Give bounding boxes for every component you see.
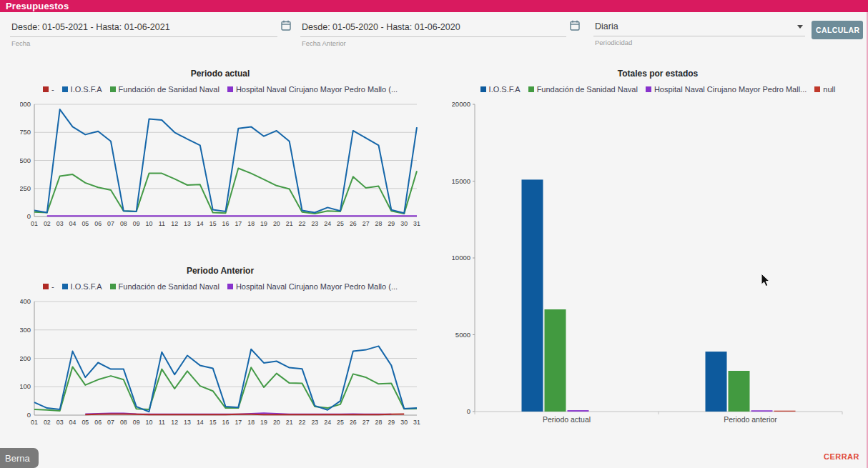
legend-item[interactable]: Hospital Naval Cirujano Mayor Pedro Mall… [227, 85, 398, 94]
legend-label: - [51, 282, 54, 291]
svg-text:26: 26 [350, 220, 357, 227]
fecha-anterior-value[interactable]: Desde: 01-05-2020 - Hasta: 01-06-2020 [300, 21, 566, 37]
chart-legend: I.O.S.F.AFundación de Sanidad NavalHospi… [452, 85, 864, 94]
svg-text:0: 0 [27, 411, 31, 419]
svg-text:18: 18 [247, 220, 255, 227]
chart-legend: -I.O.S.F.AFundación de Sanidad NavalHosp… [20, 282, 420, 291]
svg-text:21: 21 [286, 419, 293, 426]
legend-swatch [110, 284, 116, 289]
svg-text:07: 07 [107, 419, 114, 426]
svg-text:11: 11 [159, 220, 165, 227]
svg-text:12: 12 [171, 220, 178, 227]
svg-text:16: 16 [222, 419, 230, 426]
svg-text:02: 02 [44, 220, 51, 227]
legend-swatch [227, 284, 233, 289]
svg-text:250: 250 [20, 184, 31, 192]
fecha-anterior-field[interactable]: Desde: 01-05-2020 - Hasta: 01-06-2020 Fe… [300, 20, 581, 47]
svg-text:17: 17 [235, 419, 242, 426]
svg-text:29: 29 [388, 220, 395, 227]
chart-legend: -I.O.S.F.AFundación de Sanidad NavalHosp… [20, 85, 420, 94]
chart-totales-estados: Totales por estados I.O.S.F.AFundación d… [452, 63, 864, 429]
svg-text:04: 04 [69, 419, 77, 426]
chart-title: Totales por estados [452, 63, 864, 79]
fecha-anterior-label: Fecha Anterior [300, 39, 581, 47]
legend-label: Hospital Naval Cirujano Mayor Pedro Mall… [236, 85, 398, 94]
cerrar-button[interactable]: CERRAR [824, 452, 859, 461]
svg-text:28: 28 [375, 419, 383, 426]
legend-label: Hospital Naval Cirujano Mayor Pedro Mall… [654, 85, 807, 94]
svg-text:Periodo actual: Periodo actual [543, 415, 591, 424]
svg-text:27: 27 [363, 220, 370, 227]
svg-text:01: 01 [31, 220, 38, 227]
legend-label: Fundación de Sanidad Naval [119, 85, 220, 94]
svg-text:26: 26 [350, 419, 357, 426]
svg-text:25: 25 [337, 419, 344, 426]
svg-text:24: 24 [324, 220, 331, 227]
legend-label: Fundación de Sanidad Naval [119, 282, 220, 291]
legend-label: I.O.S.F.A [71, 85, 102, 94]
svg-text:400: 400 [20, 297, 31, 305]
periodo-actual-plot: 0250500750100001020304050607080910111213… [20, 99, 420, 230]
svg-text:200: 200 [20, 354, 31, 362]
legend-item[interactable]: Fundación de Sanidad Naval [110, 282, 220, 291]
chart-title: Periodo Anterior [20, 260, 420, 276]
svg-text:500: 500 [20, 156, 31, 164]
svg-text:29: 29 [388, 419, 395, 426]
svg-text:10000: 10000 [452, 254, 470, 262]
berna-tag: Berna [0, 448, 39, 468]
periodo-anterior-plot: 0100200300400010203040506070809101112131… [20, 296, 420, 429]
svg-text:27: 27 [363, 419, 370, 426]
legend-item[interactable]: I.O.S.F.A [480, 85, 521, 94]
legend-item[interactable]: null [814, 85, 835, 94]
chart-periodo-anterior: Periodo Anterior -I.O.S.F.AFundación de … [20, 260, 420, 429]
legend-swatch [646, 86, 651, 92]
svg-text:18: 18 [247, 419, 255, 426]
calendar-icon[interactable] [570, 20, 581, 37]
chart-title: Periodo actual [20, 63, 420, 79]
legend-item[interactable]: Fundación de Sanidad Naval [528, 85, 638, 94]
svg-text:0: 0 [27, 212, 31, 220]
legend-swatch [62, 284, 68, 289]
legend-item[interactable]: Fundación de Sanidad Naval [110, 85, 220, 94]
svg-text:10: 10 [146, 220, 153, 227]
svg-text:08: 08 [120, 419, 127, 426]
legend-item[interactable]: Hospital Naval Cirujano Mayor Pedro Mall… [646, 85, 807, 94]
svg-text:09: 09 [133, 220, 140, 227]
legend-label: Fundación de Sanidad Naval [537, 85, 638, 94]
svg-text:03: 03 [56, 220, 64, 227]
svg-text:30: 30 [400, 419, 408, 426]
svg-text:17: 17 [235, 220, 242, 227]
svg-text:19: 19 [260, 220, 267, 227]
svg-text:15: 15 [209, 220, 217, 227]
calcular-button[interactable]: CALCULAR [812, 21, 863, 39]
legend-item[interactable]: I.O.S.F.A [62, 85, 102, 94]
svg-text:07: 07 [107, 220, 114, 227]
chevron-down-icon[interactable] [797, 25, 803, 29]
svg-text:03: 03 [56, 419, 64, 426]
svg-text:09: 09 [133, 419, 140, 426]
chart-periodo-actual: Periodo actual -I.O.S.F.AFundación de Sa… [20, 63, 420, 230]
svg-text:11: 11 [159, 419, 165, 426]
svg-text:19: 19 [260, 419, 267, 426]
svg-text:13: 13 [184, 220, 191, 227]
legend-swatch [480, 86, 486, 92]
legend-item[interactable]: I.O.S.F.A [62, 282, 102, 291]
legend-item[interactable]: - [43, 85, 54, 94]
periodicidad-value[interactable]: Diaria [593, 20, 805, 36]
svg-text:05: 05 [82, 220, 89, 227]
legend-label: I.O.S.F.A [71, 282, 102, 291]
fecha-field[interactable]: Desde: 01-05-2021 - Hasta: 01-06-2021 Fe… [10, 20, 292, 47]
periodicidad-select[interactable]: Diaria Periodicidad [593, 20, 805, 46]
fecha-value[interactable]: Desde: 01-05-2021 - Hasta: 01-06-2021 [10, 21, 277, 37]
legend-label: - [51, 85, 54, 94]
svg-text:14: 14 [197, 220, 204, 227]
legend-swatch [62, 86, 68, 92]
legend-item[interactable]: - [43, 282, 54, 291]
svg-text:04: 04 [69, 220, 77, 227]
svg-text:16: 16 [222, 220, 230, 227]
svg-text:25: 25 [337, 220, 344, 227]
legend-item[interactable]: Hospital Naval Cirujano Mayor Pedro Mall… [227, 282, 398, 291]
svg-text:14: 14 [197, 419, 204, 426]
calendar-icon[interactable] [281, 20, 292, 37]
legend-swatch [814, 86, 820, 92]
